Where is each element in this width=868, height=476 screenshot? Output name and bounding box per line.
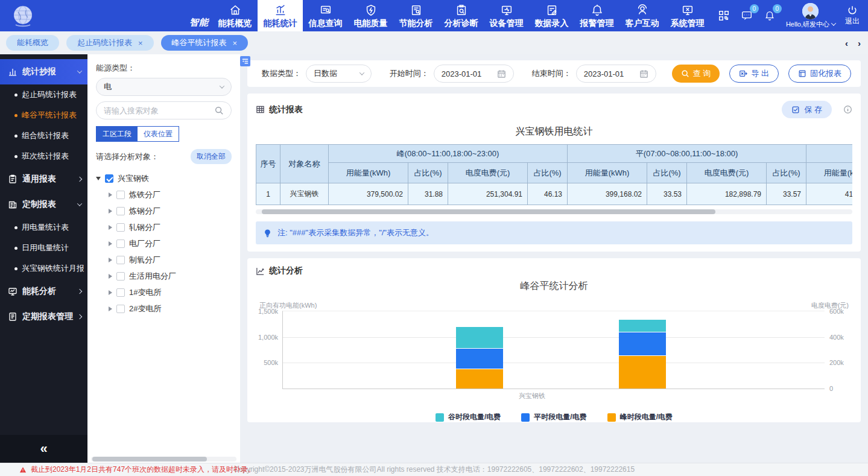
export-button[interactable]: 导 出 — [729, 65, 779, 83]
caret-right-icon[interactable] — [109, 192, 112, 197]
info-icon[interactable] — [843, 105, 852, 114]
sidebar-item-combined-report[interactable]: 组合统计报表 — [0, 125, 87, 146]
sidebar-item-daily-electricity[interactable]: 日用电量统计 — [0, 238, 87, 258]
shield-bolt-icon — [364, 3, 378, 17]
nav-item-system-management[interactable]: 系统管理 — [665, 0, 710, 31]
tree-node-rolling[interactable]: 轧钢分厂 — [96, 219, 232, 235]
checkbox[interactable] — [116, 223, 125, 232]
cancel-all-button[interactable]: 取消全部 — [191, 149, 232, 164]
caret-right-icon[interactable] — [109, 274, 112, 279]
checkbox[interactable] — [116, 305, 125, 313]
checkbox-checked[interactable] — [105, 174, 113, 183]
query-button[interactable]: 查 询 — [672, 65, 720, 83]
tab-peak-valley-report[interactable]: 峰谷平统计报表 × — [161, 35, 249, 51]
nav-item-label: 能耗概览 — [218, 18, 252, 29]
scrollbar-thumb[interactable] — [262, 209, 715, 214]
data-type-label: 数据类型： — [262, 68, 301, 79]
nav-item-customer-interaction[interactable]: 客户互动 — [619, 0, 665, 31]
caret-right-icon[interactable] — [109, 258, 112, 262]
sidebar-item-shift-report[interactable]: 班次统计报表 — [0, 146, 87, 167]
tab-next-arrow-icon[interactable]: › — [858, 38, 861, 48]
close-icon[interactable]: × — [233, 39, 238, 47]
footer: Copyright©2015-2023万洲电气股份有限公司All rights … — [0, 463, 868, 476]
legend-swatch-icon — [607, 413, 616, 422]
checkbox[interactable] — [116, 207, 125, 215]
tab-start-stop-code-report[interactable]: 起止码统计报表 × — [66, 35, 154, 51]
checkbox[interactable] — [116, 240, 125, 248]
caret-down-icon[interactable] — [96, 177, 101, 180]
sidebar-section-statistics-report[interactable]: 统计抄报 — [0, 59, 87, 84]
search-icon — [681, 69, 689, 78]
close-icon[interactable]: × — [138, 39, 143, 47]
message-icon[interactable]: 0 — [740, 9, 753, 22]
monitor-icon — [499, 3, 514, 17]
sidebar-collapse-button[interactable]: « — [0, 435, 87, 463]
search-input[interactable] — [104, 106, 214, 115]
sidebar-item-xingbao-monthly[interactable]: 兴宝钢铁统计月报 — [0, 258, 87, 279]
nav-item-info-query[interactable]: 信息查询 — [303, 0, 348, 31]
caret-right-icon[interactable] — [109, 241, 112, 246]
sidebar-section-custom-report[interactable]: 定制报表 — [0, 192, 87, 217]
tree-node-steelmaking[interactable]: 炼钢分厂 — [96, 203, 232, 219]
end-date-picker[interactable] — [576, 65, 656, 83]
panel-toggle-icon[interactable] — [240, 56, 250, 66]
sidebar-section-general-report[interactable]: 通用报表 — [0, 167, 87, 192]
sidebar-section-energy-analysis[interactable]: 能耗分析 — [0, 279, 87, 304]
nav-item-alarm-management[interactable]: 报警管理 — [574, 0, 619, 31]
tree-node-power-plant[interactable]: 电厂分厂 — [96, 235, 232, 252]
bulb-icon — [263, 229, 272, 238]
legend-item-flat[interactable]: 平时段电量/电费 — [521, 412, 586, 422]
nav-item-energy-statistics[interactable]: 能耗统计 — [258, 0, 303, 31]
sidebar-section-periodic-report[interactable]: 定期报表管理 — [0, 304, 87, 329]
tab-meter-location[interactable]: 仪表位置 — [138, 127, 179, 141]
nav-item-energy-saving-analysis[interactable]: 节能分析 — [393, 0, 439, 31]
user-menu[interactable]: Hello,研发中心 — [786, 3, 835, 29]
doc-magnifier-icon — [409, 3, 423, 17]
left-axis-tick: 1,500k — [258, 308, 278, 315]
monitor-gear-icon — [680, 3, 695, 17]
caret-right-icon[interactable] — [109, 290, 112, 295]
energy-type-select[interactable]: 电 — [96, 78, 232, 96]
tree-node-ironmaking[interactable]: 炼铁分厂 — [96, 186, 232, 203]
tree-root-xingbao[interactable]: 兴宝钢铁 — [96, 170, 232, 186]
scrollbar-thumb[interactable] — [92, 457, 207, 462]
caret-right-icon[interactable] — [109, 225, 112, 230]
checkbox[interactable] — [116, 288, 125, 297]
caret-right-icon[interactable] — [109, 306, 112, 311]
legend-item-peak[interactable]: 峰时段电量/电费 — [607, 412, 673, 422]
search-icon[interactable] — [214, 106, 224, 115]
stacked-bar-energy[interactable] — [456, 311, 503, 389]
notification-bell-icon[interactable]: 0 — [763, 9, 776, 22]
legend-item-valley[interactable]: 谷时段电量/电费 — [436, 412, 501, 422]
sidebar-item-electricity-report[interactable]: 用电量统计表 — [0, 217, 87, 238]
qr-code-icon[interactable] — [717, 9, 730, 22]
tree-node-oxygen[interactable]: 制氧分厂 — [96, 252, 232, 268]
tab-energy-overview[interactable]: 能耗概览 — [6, 35, 59, 51]
nav-item-label: 电能质量 — [354, 18, 388, 29]
nav-item-power-quality[interactable]: 电能质量 — [348, 0, 393, 31]
checkbox[interactable] — [116, 272, 125, 281]
sidebar-item-peak-valley-report[interactable]: 峰谷平统计报表 — [0, 105, 87, 125]
tab-prev-arrow-icon[interactable]: ‹ — [845, 38, 848, 48]
sidebar-item-start-stop-code-report[interactable]: 起止码统计报表 — [0, 84, 87, 105]
nav-item-analysis-diagnosis[interactable]: 分析诊断 — [439, 0, 484, 31]
tree-node-domestic[interactable]: 生活用电分厂 — [96, 268, 232, 284]
nav-item-data-entry[interactable]: 数据录入 — [529, 0, 574, 31]
data-type-select[interactable]: 日数据 — [306, 65, 372, 83]
save-button[interactable]: 保 存 — [782, 101, 832, 118]
tree-node-substation-2[interactable]: 2#变电所 — [96, 300, 232, 317]
nav-item-energy-overview[interactable]: 能耗概览 — [212, 0, 258, 31]
checkbox[interactable] — [116, 191, 125, 199]
nav-item-device-management[interactable]: 设备管理 — [484, 0, 529, 31]
start-date-picker[interactable] — [434, 65, 514, 83]
end-date-input[interactable] — [584, 69, 635, 78]
caret-right-icon[interactable] — [109, 209, 112, 214]
checkbox[interactable] — [116, 256, 125, 264]
tree-node-substation-1[interactable]: 1#变电所 — [96, 284, 232, 300]
bar-segment — [619, 356, 666, 389]
tab-work-section[interactable]: 工区工段 — [97, 127, 138, 141]
logout-button[interactable]: 退出 — [845, 5, 860, 27]
solidify-report-button[interactable]: 固化报表 — [788, 65, 851, 83]
start-date-input[interactable] — [442, 69, 492, 78]
stacked-bar-cost[interactable] — [619, 311, 666, 389]
